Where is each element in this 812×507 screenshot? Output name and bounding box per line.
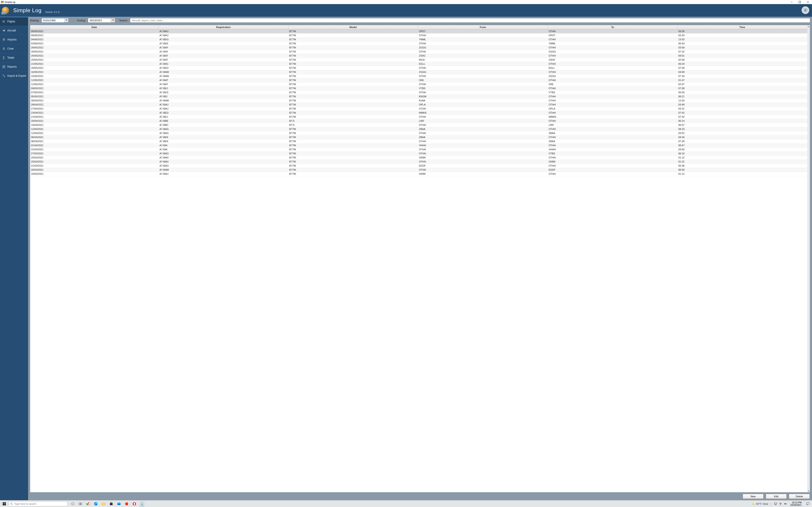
column-header-model[interactable]: Model xyxy=(288,25,418,29)
sidebar-item-label: Crew xyxy=(7,47,14,50)
sidebar-item-aircraft[interactable]: Aircraft xyxy=(0,26,28,35)
table-row[interactable]: 09/06/2021A7-BAUB77WOTHHOPST03:20 xyxy=(30,33,807,37)
table-row[interactable]: 06/04/2021A7-BEKB77WZBAAOTHH04:34 xyxy=(30,135,807,139)
weather-temp: 82°F xyxy=(756,502,761,505)
java-icon[interactable] xyxy=(140,501,145,506)
scroll-up-arrow[interactable]: ▲ xyxy=(807,25,810,28)
cell-time: 03:26 xyxy=(677,29,807,33)
table-row[interactable]: 15/05/2021A7-BAWB77WOTHHZGGG07:34 xyxy=(30,74,807,78)
tray-network-icon[interactable] xyxy=(774,502,777,505)
table-row[interactable]: 07/05/2021A7-BESB77WOTHHVTBS05:59 xyxy=(30,90,807,94)
mail-icon[interactable] xyxy=(116,501,121,506)
table-row[interactable]: 20/05/2021A7-BEDB77WOTHHEGLL07:09 xyxy=(30,66,807,70)
starting-date-input[interactable] xyxy=(42,18,64,22)
cell-to: OTHH xyxy=(548,99,677,103)
column-header-registration[interactable]: Registration xyxy=(159,25,289,29)
cell-time: 02:07 xyxy=(677,82,807,86)
svg-point-33 xyxy=(780,505,780,505)
table-row[interactable]: 21/04/2021A7-BEJB77WOTHHWMKK07:32 xyxy=(30,115,807,119)
column-header-from[interactable]: From xyxy=(418,25,548,29)
table-row[interactable]: 12/05/2021A7-BATB77WOTHHOIIE02:07 xyxy=(30,82,807,86)
table-row[interactable]: 05/05/2021A7-BEIB77WENGMOTHH06:21 xyxy=(30,94,807,99)
delete-button[interactable]: Delete xyxy=(789,494,810,499)
opera-icon[interactable] xyxy=(132,501,137,506)
tray-chevron-icon[interactable]: ︿ xyxy=(770,502,772,505)
sidebar-item-import-export[interactable]: Import & Export xyxy=(0,71,28,80)
window-close[interactable] xyxy=(804,0,812,4)
table-row[interactable]: 12/04/2021A7-BAGB77WZBAAOTHH09:10 xyxy=(30,127,807,131)
table-row[interactable]: 25/05/2021A7-BATB77WZSHCOTHH09:01 xyxy=(30,54,807,58)
edit-button[interactable]: Edit xyxy=(766,494,786,499)
table-row[interactable]: 06/04/2021A7-BEKB77WOTHHZBAA07:30 xyxy=(30,139,807,143)
table-row[interactable]: 30/04/2021A7-BAMB77WRJAAOTHH12:03 xyxy=(30,99,807,103)
start-button[interactable] xyxy=(0,500,9,507)
chrome-icon[interactable] xyxy=(86,501,91,506)
table-row[interactable]: 12/04/2021A7-BAGB77WOTHHZBAA03:52 xyxy=(30,131,807,135)
table-row[interactable]: 31/03/2021A7-BAIB77WOTHHVHHH03:50 xyxy=(30,147,807,152)
cell-reg: A7-BBC xyxy=(159,123,289,127)
table-row[interactable]: 25/03/2021A7-BAHB77WOTHHOKBK01:31 xyxy=(30,160,807,164)
table-row[interactable]: 12/05/2021A7-BATB77WOIIEOTHH01:47 xyxy=(30,78,807,82)
table-row[interactable]: 19/04/2021A7-BBCB77LOTHHLIRF05:57 xyxy=(30,123,807,127)
table-row[interactable]: 01/04/2021A7-BAIB77WVHHHOTHH08:47 xyxy=(30,143,807,147)
table-row[interactable]: 25/03/2021A7-BAHB77WOKBKOTHH01:12 xyxy=(30,156,807,160)
table-row[interactable]: 16/05/2021A7-BAWB77WZGGGOTHH04:08 xyxy=(30,70,807,74)
column-header-to[interactable]: To xyxy=(548,25,677,29)
table-row[interactable]: 27/03/2021A7-BAOB77WOTHHVTBS06:16 xyxy=(30,152,807,156)
settings-button[interactable] xyxy=(802,6,809,14)
ending-date-input[interactable] xyxy=(88,18,111,22)
scroll-down-arrow[interactable]: ▼ xyxy=(807,490,810,492)
ending-date-picker[interactable]: 📅 xyxy=(111,18,115,22)
taskbar-clock[interactable]: 10:15 PM 10/28/2021 xyxy=(789,501,803,506)
ending-date-field[interactable]: 📅 xyxy=(88,18,115,23)
edge-icon[interactable] xyxy=(93,501,98,506)
table-row[interactable]: 21/05/2021A7-BACB77WEGLLOTHH06:24 xyxy=(30,62,807,66)
notification-center[interactable]: 2 xyxy=(805,502,811,506)
table-row[interactable]: 23/04/2021A7-BEDB77WWMKKOTHH07:42 xyxy=(30,111,807,115)
table-row[interactable]: 25/05/2021A7-BATB77WRKSIZSHC02:09 xyxy=(30,58,807,62)
cell-from: YMML xyxy=(418,37,548,42)
office-icon[interactable] xyxy=(124,501,129,506)
weather-widget[interactable]: 82°F Clear xyxy=(752,502,768,505)
cell-from: VTBS xyxy=(418,86,548,90)
new-button[interactable]: New xyxy=(743,494,764,499)
cell-date: 21/05/2021 xyxy=(30,62,159,66)
sidebar: FlightsAircraftAirportsCrewTotalsReports… xyxy=(0,17,28,500)
table-row[interactable]: 27/04/2021A7-BAUB77WOTHHOPLA03:31 xyxy=(30,107,807,111)
table-row[interactable]: 28/05/2021A7-BAYB77WOTHHZGGG07:32 xyxy=(30,50,807,54)
sidebar-item-totals[interactable]: Totals xyxy=(0,53,28,62)
table-row[interactable]: 09/06/2021A7-BAUB77WOPSTOTHH03:26 xyxy=(30,29,807,33)
tray-wifi-icon[interactable] xyxy=(779,502,782,505)
starting-date-field[interactable]: 📅 xyxy=(42,18,69,23)
sidebar-item-flights[interactable]: Flights xyxy=(0,17,28,26)
tray-volume-icon[interactable] xyxy=(784,502,787,505)
scrollbar[interactable]: ▲ ▼ xyxy=(807,25,810,492)
starting-date-picker[interactable]: 📅 xyxy=(64,18,68,22)
cortana-icon[interactable] xyxy=(70,501,75,506)
column-header-date[interactable]: Date xyxy=(30,25,159,29)
sidebar-item-reports[interactable]: Reports xyxy=(0,62,28,71)
sidebar-item-crew[interactable]: Crew xyxy=(0,44,28,53)
table-row[interactable]: 02/06/2021A7-BEEB77WOTHHYMML06:43 xyxy=(30,42,807,46)
table-row[interactable]: 20/03/2021A7-BAMB77WOTHHEDDF06:58 xyxy=(30,168,807,172)
table-row[interactable]: 28/04/2021A7-BAUB77WOPLAOTHH03:49 xyxy=(30,103,807,107)
task-view-icon[interactable] xyxy=(78,501,83,506)
file-explorer-icon[interactable] xyxy=(101,501,106,506)
table-row[interactable]: 28/05/2021A7-BAYB77WZGGGOTHH03:58 xyxy=(30,46,807,50)
taskbar-search[interactable]: Type here to search xyxy=(9,501,67,506)
cell-model: B77W xyxy=(288,160,418,164)
cell-model: B77W xyxy=(288,54,418,58)
table-row[interactable]: 19/03/2021A7-BAUB77WOKBKOTHH01:12 xyxy=(30,172,807,176)
cell-model: B77W xyxy=(288,131,418,135)
table-row[interactable]: 20/04/2021A7-BBEB77LLIRFOTHH05:14 xyxy=(30,119,807,123)
store-icon[interactable] xyxy=(109,501,114,506)
sidebar-item-airports[interactable]: Airports xyxy=(0,35,28,44)
column-header-time[interactable]: Time xyxy=(677,25,807,29)
flights-table[interactable]: DateRegistrationModelFromToTime 09/06/20… xyxy=(30,25,807,176)
search-input[interactable] xyxy=(130,18,810,23)
table-row[interactable]: 09/05/2021A7-BEJB77WVTBSOTHH07:09 xyxy=(30,86,807,90)
table-row[interactable]: 04/06/2021A7-BEGB77WYMMLOTHH13:53 xyxy=(30,37,807,42)
window-maximize[interactable] xyxy=(796,0,804,4)
window-minimize[interactable] xyxy=(788,0,796,4)
table-row[interactable]: 21/03/2021A7-BAOB77WEDDFOTHH05:38 xyxy=(30,164,807,168)
